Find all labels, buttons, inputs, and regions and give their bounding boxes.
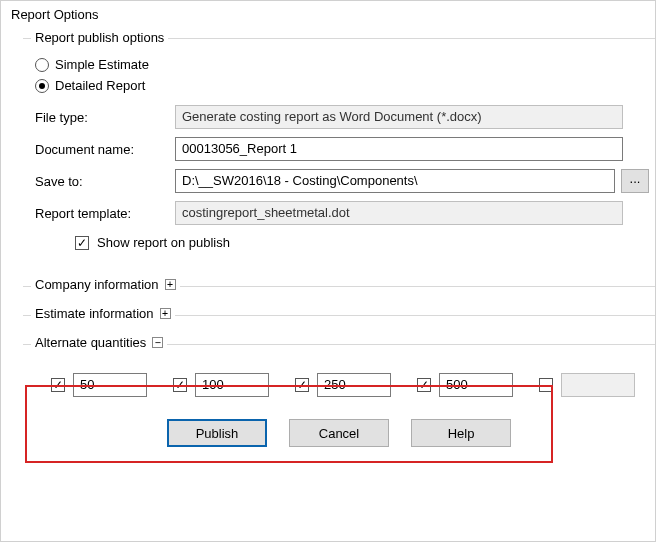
radio-icon <box>35 79 49 93</box>
qty-4-input[interactable]: 500 <box>439 373 513 397</box>
window-title: Report Options <box>1 1 655 26</box>
report-template-label: Report template: <box>35 206 175 221</box>
alt-qty-legend[interactable]: Alternate quantities − <box>31 335 167 350</box>
dialog-buttons: Publish Cancel Help <box>23 419 655 447</box>
qty-4-group: 500 <box>417 373 513 397</box>
qty-row: 50 100 250 500 <box>51 373 655 397</box>
qty-5-checkbox[interactable] <box>539 378 553 392</box>
qty-3-group: 250 <box>295 373 391 397</box>
company-info-legend[interactable]: Company information + <box>31 277 180 292</box>
publish-button[interactable]: Publish <box>167 419 267 447</box>
estimate-information-section: Estimate information + <box>23 315 655 322</box>
qty-2-group: 100 <box>173 373 269 397</box>
radio-label: Simple Estimate <box>55 57 149 72</box>
plus-icon[interactable]: + <box>160 308 171 319</box>
company-information-section: Company information + <box>23 286 655 293</box>
save-to-label: Save to: <box>35 174 175 189</box>
radio-icon <box>35 58 49 72</box>
help-button[interactable]: Help <box>411 419 511 447</box>
radio-detailed-report[interactable]: Detailed Report <box>35 78 651 93</box>
document-name-row: Document name: 00013056_Report 1 <box>35 137 623 161</box>
alternate-quantities-section: Alternate quantities − 50 100 250 <box>23 344 655 397</box>
document-name-field[interactable]: 00013056_Report 1 <box>175 137 623 161</box>
qty-1-input[interactable]: 50 <box>73 373 147 397</box>
qty-2-input[interactable]: 100 <box>195 373 269 397</box>
show-on-publish-label: Show report on publish <box>97 235 230 250</box>
qty-2-checkbox[interactable] <box>173 378 187 392</box>
qty-4-checkbox[interactable] <box>417 378 431 392</box>
browse-button[interactable]: ... <box>621 169 649 193</box>
qty-3-checkbox[interactable] <box>295 378 309 392</box>
file-type-row: File type: Generate costing report as Wo… <box>35 105 623 129</box>
section-label: Estimate information <box>35 306 154 321</box>
save-to-field[interactable]: D:\__SW2016\18 - Costing\Components\ <box>175 169 615 193</box>
report-publish-options-group: Report publish options Simple Estimate D… <box>23 38 655 264</box>
file-type-label: File type: <box>35 110 175 125</box>
report-options-window: Report Options Report publish options Si… <box>0 0 656 542</box>
radio-label: Detailed Report <box>55 78 145 93</box>
section-label: Alternate quantities <box>35 335 146 350</box>
cancel-button[interactable]: Cancel <box>289 419 389 447</box>
qty-1-group: 50 <box>51 373 147 397</box>
qty-5-group <box>539 373 635 397</box>
report-template-row: Report template: costingreport_sheetmeta… <box>35 201 623 225</box>
checkbox-icon <box>75 236 89 250</box>
estimate-info-legend[interactable]: Estimate information + <box>31 306 175 321</box>
content-area: Report publish options Simple Estimate D… <box>1 26 655 447</box>
report-template-field[interactable]: costingreport_sheetmetal.dot <box>175 201 623 225</box>
section-label: Company information <box>35 277 159 292</box>
minus-icon[interactable]: − <box>152 337 163 348</box>
file-type-field[interactable]: Generate costing report as Word Document… <box>175 105 623 129</box>
show-on-publish-row[interactable]: Show report on publish <box>75 235 651 250</box>
group-legend-publish: Report publish options <box>31 30 168 45</box>
qty-1-checkbox[interactable] <box>51 378 65 392</box>
document-name-label: Document name: <box>35 142 175 157</box>
plus-icon[interactable]: + <box>165 279 176 290</box>
save-to-row: Save to: D:\__SW2016\18 - Costing\Compon… <box>35 169 649 193</box>
qty-5-input[interactable] <box>561 373 635 397</box>
radio-simple-estimate[interactable]: Simple Estimate <box>35 57 651 72</box>
qty-3-input[interactable]: 250 <box>317 373 391 397</box>
